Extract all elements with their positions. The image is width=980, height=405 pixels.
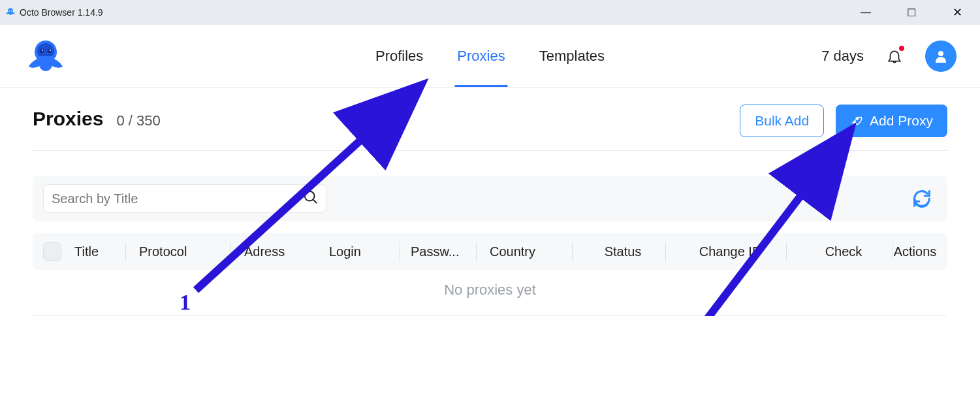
svg-point-2	[40, 48, 44, 52]
col-protocol: Protocol	[139, 244, 230, 259]
close-button[interactable]: ✕	[934, 0, 980, 25]
svg-point-6	[938, 51, 943, 56]
svg-point-1	[11, 10, 12, 12]
col-separator	[572, 242, 573, 261]
svg-point-0	[9, 10, 10, 12]
proxy-count: 0 / 350	[116, 112, 160, 129]
col-password: Passw...	[411, 244, 476, 259]
page-content: Proxies 0 / 350 Bulk Add Add Proxy Title	[0, 88, 980, 316]
header-right: 7 days	[821, 40, 956, 72]
svg-point-5	[50, 50, 51, 51]
minimize-button[interactable]: —	[843, 0, 889, 25]
col-actions: Actions	[893, 244, 937, 259]
col-status: Status	[580, 244, 665, 259]
svg-point-4	[42, 50, 43, 51]
page-title-left: Proxies 0 / 350	[33, 108, 161, 130]
tab-profiles[interactable]: Profiles	[375, 25, 423, 87]
search-icon[interactable]	[304, 190, 318, 207]
add-proxy-button[interactable]: Add Proxy	[836, 105, 947, 137]
page-title: Proxies	[33, 108, 103, 130]
col-title: Title	[74, 244, 125, 259]
page-title-row: Proxies 0 / 350 Bulk Add Add Proxy	[33, 105, 947, 151]
bulk-add-button[interactable]: Bulk Add	[740, 105, 824, 137]
user-avatar[interactable]	[925, 40, 956, 72]
notification-dot-icon	[899, 46, 904, 51]
search-input[interactable]	[52, 191, 298, 206]
page-actions: Bulk Add Add Proxy	[740, 105, 947, 137]
days-remaining: 7 days	[821, 48, 864, 65]
col-country: Country	[490, 244, 572, 259]
svg-point-3	[48, 48, 52, 52]
window-titlebar: Octo Browser 1.14.9 — ☐ ✕	[0, 0, 980, 25]
col-address: Adress	[244, 244, 316, 259]
col-check: Check	[795, 244, 893, 259]
search-row	[33, 176, 947, 221]
app-header: Profiles Proxies Templates 7 days	[0, 25, 980, 88]
app-icon	[5, 7, 16, 18]
col-separator	[400, 242, 400, 261]
tab-templates[interactable]: Templates	[539, 25, 605, 87]
maximize-button[interactable]: ☐	[889, 0, 934, 25]
col-separator	[665, 242, 666, 261]
col-separator	[476, 242, 477, 261]
add-proxy-label: Add Proxy	[870, 113, 933, 129]
window-controls: — ☐ ✕	[843, 0, 980, 25]
window-title: Octo Browser 1.14.9	[20, 7, 103, 18]
col-login: Login	[329, 244, 400, 259]
col-separator	[230, 242, 231, 261]
octo-logo	[24, 38, 68, 74]
col-change-ip: Change IP	[674, 244, 786, 259]
search-box	[43, 184, 326, 213]
col-separator	[125, 242, 126, 261]
empty-state: No proxies yet	[33, 270, 947, 316]
tab-proxies[interactable]: Proxies	[457, 25, 505, 87]
select-all-checkbox[interactable]	[43, 242, 61, 261]
rocket-icon	[850, 113, 863, 129]
col-separator	[786, 242, 787, 261]
table-header: Title Protocol Adress Login Passw... Cou…	[33, 233, 947, 270]
refresh-button[interactable]	[907, 184, 937, 214]
nav-tabs: Profiles Proxies Templates	[375, 25, 605, 87]
notifications-bell[interactable]	[886, 47, 903, 65]
